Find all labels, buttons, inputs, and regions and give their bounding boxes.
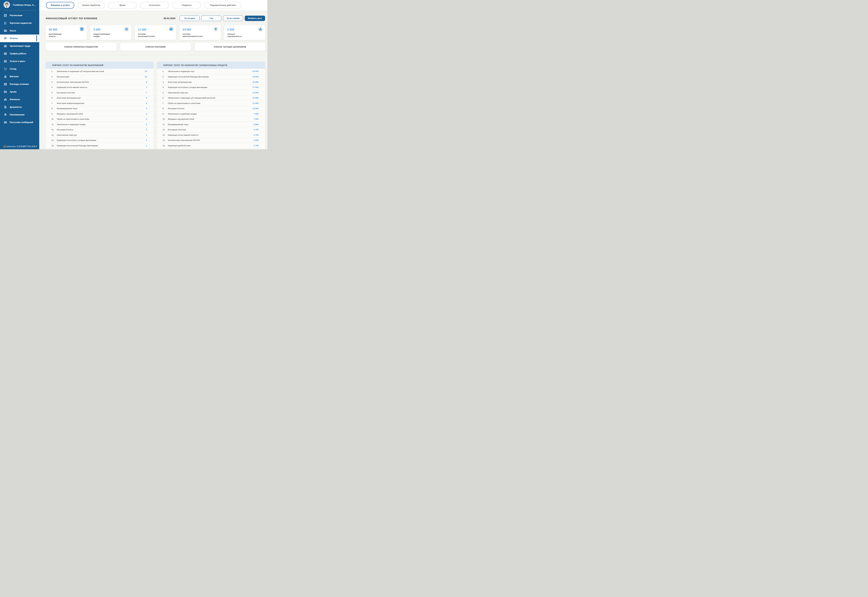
stat-card-discounts: 5 000 ПРЕДОСТАВЛЕННЫЕСКИДКИ — [90, 25, 131, 40]
row-rank: 7. — [162, 102, 164, 104]
sidebar: Глобенко Игорь А... Расписание Карточки … — [0, 0, 39, 149]
stat-card-cashless-payments: 24 000 ₴ ПЛАТЕЖИ(БЕЗНАЛИЧНЫЙ РАСЧЕТ) — [180, 25, 221, 40]
table-row: 12. Контурная пластика 4 700 — [157, 127, 265, 132]
sidebar-item-label: Карточки пациентов — [10, 22, 31, 24]
pick-date-button[interactable]: Выбрать дату — [245, 16, 265, 21]
stat-label: ПРЕДОСТАВЛЕННЫЕСКИДКИ — [94, 33, 110, 38]
row-value: 2 700 — [253, 144, 259, 147]
row-rank: 14. — [51, 139, 54, 141]
row-value: 4 700 — [253, 129, 259, 131]
shopping-bag-icon — [3, 75, 7, 79]
sidebar-item-documents[interactable]: Документы — [0, 103, 39, 111]
table-header: РЕЙТИНГ УСЛУГ ПО КОЛИЧЕСТВУ ЗАРАБОТАННЫХ… — [157, 62, 265, 69]
sidebar-item-warehouse[interactable]: Склад — [0, 65, 39, 73]
row-service-name: Коррекция носогубных складок филлерами — [168, 86, 207, 88]
row-rank: 9. — [162, 113, 164, 115]
row-rank: 2. — [162, 76, 164, 78]
row-value: 7 000 — [253, 113, 259, 115]
range-today-button[interactable]: За сегодня — [180, 16, 200, 21]
sidebar-item-label: График работы — [10, 52, 27, 55]
row-service-name: Инъекции ботокса — [168, 107, 184, 110]
row-value: 3 000 — [253, 139, 259, 141]
row-rank: 8. — [51, 107, 53, 110]
tab-doctors[interactable]: Врачи — [108, 2, 137, 9]
reports-chat-icon — [3, 36, 7, 40]
row-service-name: Коллагеновое омоложение NITHYA — [168, 139, 200, 141]
row-service-name: Биоармирование лица — [168, 123, 188, 125]
row-service-name: Коррекция носослезной борозды филлерами — [57, 144, 98, 147]
sidebar-item-patient-cards[interactable]: Карточки пациентов — [0, 19, 39, 27]
row-rank: 7. — [51, 102, 53, 104]
table-row: 15. Коррекция носослезной борозды филлер… — [46, 143, 154, 148]
rating-tables-row: РЕЙТИНГ УСЛУГ ПО КОЛИЧЕСТВУ ВЫПОЛНЕНИЙ 1… — [46, 62, 265, 149]
hryvnia-icon: ₴ — [213, 27, 218, 32]
patients-icon — [3, 21, 7, 25]
sidebar-item-cashbox[interactable]: Касса — [0, 27, 39, 34]
sidebar-item-work-organization[interactable]: Организация труда — [0, 42, 39, 50]
schedule-icon — [3, 13, 7, 17]
table-header: РЕЙТИНГ УСЛУГ ПО КОЛИЧЕСТВУ ВЫПОЛНЕНИЙ — [46, 62, 154, 69]
row-service-name: Увеличение и коррекция губ гиалуроновой … — [57, 70, 104, 72]
table-row: 2. Консультация 10 — [46, 74, 154, 79]
row-rank: 4. — [162, 86, 164, 88]
row-rank: 5. — [51, 92, 53, 94]
envelope-icon — [3, 120, 7, 124]
table-row: 7. Проба на переносимость анастезии 12 0… — [157, 101, 265, 106]
tab-suspicious-actions[interactable]: Подозрительные действия — [204, 2, 241, 9]
row-value: 1 — [146, 129, 147, 131]
home-icon — [3, 98, 7, 101]
sidebar-item-reports[interactable]: Отчеты — [0, 34, 39, 42]
row-value: 7 — [146, 92, 147, 94]
sidebar-item-clinic-expenses[interactable]: Расходы клиники — [0, 80, 39, 88]
row-rank: 11. — [51, 123, 54, 125]
row-value: 13 000 — [253, 92, 259, 94]
row-rank: 4. — [51, 86, 53, 88]
range-year-button[interactable]: Год — [201, 16, 221, 21]
row-service-name: Коллагеновое омоложение NITHYA — [57, 81, 89, 83]
tab-patient-balance[interactable]: Баланс пациентов — [78, 2, 105, 9]
row-rank: 10. — [51, 118, 54, 120]
table-title: РЕЙТИНГ УСЛУГ ПО КОЛИЧЕСТВУ ВЫПОЛНЕНИЙ — [52, 64, 103, 66]
sidebar-item-work-schedule[interactable]: График работы — [0, 50, 39, 58]
sidebar-item-reminders[interactable]: Напоминания — [0, 111, 39, 119]
tab-finances-services[interactable]: Финансы и услуги — [46, 2, 74, 9]
clinic-dashboard: Глобенко Игорь А... Расписание Карточки … — [0, 0, 268, 149]
table-row: 4. Коррекция углов нижней челюсти 7 — [46, 85, 154, 90]
row-service-name: Морщины над верхней губой — [57, 113, 83, 115]
table-body: 1. Увеличение и коррекция губ гиалуронов… — [46, 69, 154, 149]
cart-icon — [3, 67, 7, 71]
tab-assistants[interactable]: Ассистенты — [140, 2, 169, 9]
accepted-patients-list-button[interactable]: СПИСОК ПРИНЯТЫХ ПАЦИЕНТОВ — [46, 43, 116, 51]
payments-list-button[interactable]: СПИСОК ПЛАТЕЖЕЙ — [120, 43, 191, 51]
row-value: 7 — [146, 86, 147, 88]
sidebar-item-branches[interactable]: Филиалы — [0, 96, 39, 103]
user-profile[interactable]: Глобенко Игорь А... — [0, 0, 39, 10]
table-row: 15. Коррекция дряблой кожи 2 700 — [157, 143, 265, 148]
current-debtors-list-button[interactable]: СПИСОК ТЕКУЩИХ ДОЛЖНИКОВ — [195, 43, 265, 51]
row-value: 6 — [146, 97, 147, 99]
bar-chart-icon — [3, 82, 7, 86]
user-name: Глобенко Игорь А... — [13, 4, 36, 6]
sidebar-item-label: Документы — [10, 106, 22, 108]
stat-card-current-debt: 2 500 ТЕКУЩАЯЗАДОЛЖЕННОСТЬ — [224, 25, 265, 40]
table-row: 4. Коррекция носогубных складок филлерам… — [157, 85, 265, 90]
sidebar-item-archive[interactable]: Архив — [0, 88, 39, 96]
table-row: 10. Проба на переносимость анастезии 3 — [46, 116, 154, 122]
row-value: 10 000 — [253, 107, 259, 110]
range-all-time-button[interactable]: За все время — [223, 16, 243, 21]
row-value: 19 500 — [253, 76, 259, 78]
row-value: 1 — [146, 134, 147, 136]
sidebar-item-services-prices[interactable]: Услуги и цены — [0, 58, 39, 65]
row-service-name: Коррекция носослезной борозды филлерами — [168, 76, 209, 78]
briefcase-icon — [3, 44, 7, 48]
sidebar-item-shop[interactable]: Магазин — [0, 73, 39, 80]
row-rank: 12. — [162, 129, 165, 131]
row-rank: 14. — [162, 139, 165, 141]
row-value: 18 000 — [253, 81, 259, 83]
row-value: 5 — [146, 102, 147, 104]
sidebar-item-messages[interactable]: Рассылка сообщений — [0, 119, 39, 126]
tab-patients[interactable]: Пациенты — [172, 2, 201, 9]
sidebar-item-schedule[interactable]: Расписание — [0, 12, 39, 19]
calendar-grid-icon — [3, 52, 7, 55]
bell-icon — [3, 113, 7, 117]
